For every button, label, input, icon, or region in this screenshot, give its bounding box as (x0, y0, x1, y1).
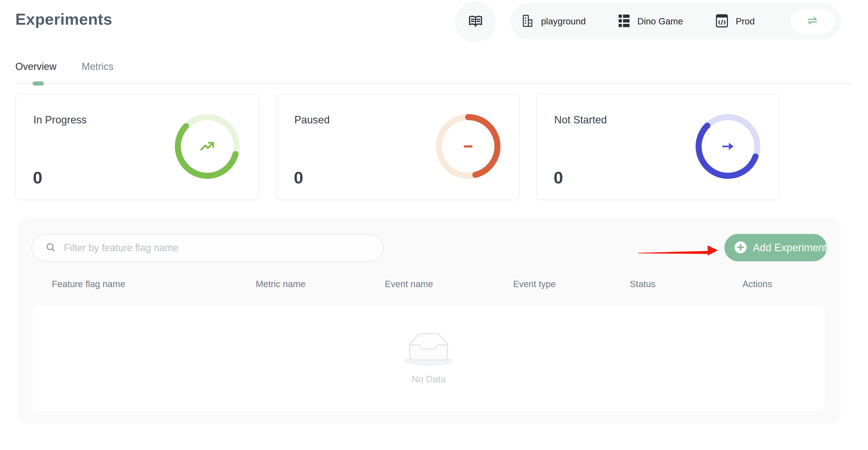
stat-value: 0 (294, 168, 303, 187)
workspace-selector[interactable]: playground (521, 14, 586, 29)
search-input[interactable] (64, 242, 365, 254)
stat-label: In Progress (33, 114, 87, 126)
column-header-feature-flag-name: Feature flag name (52, 279, 125, 289)
search-icon (45, 242, 56, 254)
workspace-label: playground (541, 16, 586, 27)
tab-divider (16, 83, 852, 84)
page-title: Experiments (16, 10, 112, 28)
stat-value: 0 (554, 168, 563, 187)
add-experiment-button[interactable]: Add Experiment (724, 234, 827, 261)
environment-selector[interactable]: Prod (716, 14, 755, 29)
empty-state: No Data (32, 333, 825, 385)
environment-code-icon (716, 14, 728, 29)
environment-label: Prod (736, 16, 755, 27)
table-body: No Data (32, 305, 825, 411)
column-header-actions: Actions (742, 279, 772, 289)
search-box (32, 234, 384, 262)
stat-card-not-started: Not Started 0 (536, 94, 779, 200)
column-header-event-type: Event type (513, 279, 556, 289)
stat-label: Not Started (554, 114, 607, 126)
swap-arrows-icon (807, 16, 818, 27)
experiments-table-section: Add Experiment Feature flag name Metric … (17, 218, 841, 424)
empty-state-text: No Data (412, 374, 446, 385)
switch-context-button[interactable] (790, 9, 834, 33)
stat-value: 0 (33, 168, 42, 187)
trending-up-icon (174, 114, 240, 179)
active-tab-indicator (33, 82, 44, 86)
progress-ring (174, 114, 240, 179)
progress-ring (435, 114, 501, 179)
project-stack-icon (619, 14, 629, 28)
project-label: Dino Game (637, 16, 683, 27)
documentation-button[interactable] (455, 1, 496, 42)
progress-ring (695, 114, 761, 179)
column-header-status: Status (630, 279, 656, 289)
tab-overview[interactable]: Overview (16, 61, 57, 72)
stat-label: Paused (294, 114, 330, 126)
minus-icon (435, 114, 501, 179)
stat-card-paused: Paused 0 (276, 94, 520, 200)
project-selector[interactable]: Dino Game (619, 14, 683, 28)
stat-card-in-progress: In Progress 0 (16, 94, 259, 200)
organization-icon (521, 14, 533, 29)
plus-circle-icon (734, 241, 747, 254)
context-switcher: playground Dino Game (510, 3, 841, 40)
open-book-icon (468, 15, 483, 29)
add-experiment-label: Add Experiment (753, 242, 827, 254)
column-header-metric-name: Metric name (256, 279, 306, 289)
tab-metrics[interactable]: Metrics (82, 61, 114, 72)
annotation-arrow (635, 243, 727, 262)
column-header-event-name: Event name (385, 279, 433, 289)
experiments-page: Experiments playgrou (0, 0, 868, 450)
empty-inbox-icon (402, 333, 455, 368)
arrow-right-icon (695, 114, 761, 179)
